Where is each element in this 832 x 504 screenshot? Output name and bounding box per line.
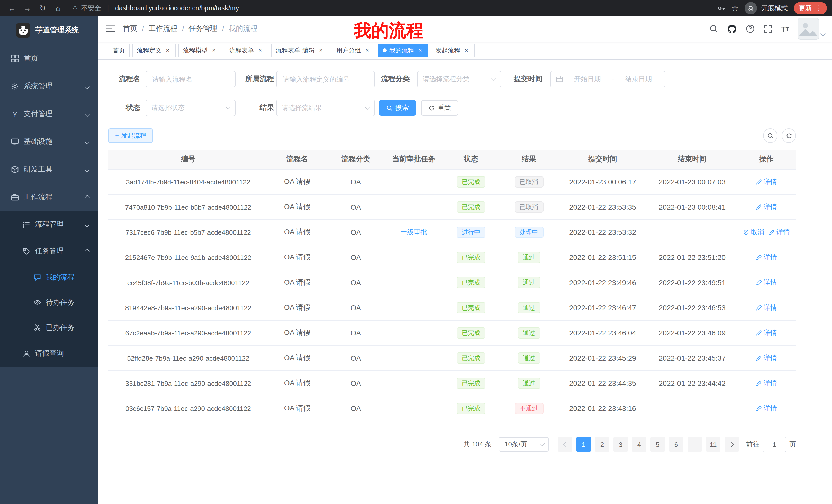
toggle-search-button[interactable] <box>763 129 778 143</box>
browser-menu-icon[interactable]: ⋮ <box>815 4 822 12</box>
end-date-placeholder[interactable]: 结束日期 <box>617 75 660 84</box>
detail-action-link[interactable]: 详情 <box>756 202 777 212</box>
close-icon[interactable]: × <box>317 47 324 54</box>
close-icon[interactable]: × <box>210 47 217 54</box>
cancel-action-link[interactable]: 取消 <box>743 228 764 237</box>
breadcrumb-workflow[interactable]: 工作流程 <box>149 24 177 33</box>
detail-action-link[interactable]: 详情 <box>756 379 777 388</box>
browser-reload-icon[interactable]: ↻ <box>35 0 50 16</box>
status-badge: 已完成 <box>457 201 486 213</box>
cell-actions: 详情 <box>737 320 796 345</box>
font-size-icon[interactable]: TT <box>781 24 789 33</box>
process-name-field[interactable] <box>146 71 235 87</box>
sidebar-item-payment[interactable]: ¥ 支付管理 <box>0 100 98 128</box>
create-process-button[interactable]: + 发起流程 <box>108 129 153 143</box>
sidebar-item-done-tasks[interactable]: 已办任务 <box>0 315 98 340</box>
next-page-button[interactable] <box>725 437 739 452</box>
tab-发起流程[interactable]: 发起流程× <box>431 44 475 57</box>
page-button-4[interactable]: 4 <box>632 437 646 452</box>
refresh-table-button[interactable] <box>782 129 796 143</box>
sidebar-item-my-process[interactable]: 我的流程 <box>0 264 98 290</box>
prev-page-button[interactable] <box>558 437 572 452</box>
page-button-1[interactable]: 1 <box>576 437 591 452</box>
submit-time-range-picker[interactable]: 开始日期 - 结束日期 <box>550 71 666 87</box>
sidebar-item-system[interactable]: 系统管理 <box>0 73 98 100</box>
url-text[interactable]: dashboard.yudao.iocoder.cn/bpm/task/my <box>115 4 239 12</box>
parent-process-field[interactable] <box>276 71 375 87</box>
cell-process-id: 52ffd28e-7b9a-11ec-a290-acde48001122 <box>108 345 268 371</box>
current-task-link[interactable]: 一级审批 <box>400 228 427 237</box>
monitor-icon <box>10 138 20 146</box>
tab-流程表单[interactable]: 流程表单× <box>225 44 268 57</box>
tab-流程模型[interactable]: 流程模型× <box>178 44 222 57</box>
tab-我的流程[interactable]: 我的流程× <box>378 44 428 57</box>
detail-action-link[interactable]: 详情 <box>769 228 790 237</box>
address-divider: | <box>107 4 109 12</box>
status-select[interactable]: 请选择状态 <box>146 100 235 116</box>
tab-流程表单-编辑[interactable]: 流程表单-编辑× <box>271 44 329 57</box>
sidebar-item-task-mgmt[interactable]: 任务管理 <box>0 238 98 264</box>
parent-process-input[interactable] <box>282 75 369 83</box>
address-bar[interactable]: ⚠ 不安全 | dashboard.yudao.iocoder.cn/bpm/t… <box>72 3 239 12</box>
search-icon[interactable] <box>709 24 718 33</box>
key-icon[interactable] <box>717 4 725 12</box>
tab-流程定义[interactable]: 流程定义× <box>132 44 176 57</box>
sidebar-item-process-mgmt[interactable]: 流程管理 <box>0 211 98 238</box>
browser-forward-icon[interactable]: → <box>20 0 35 16</box>
cell-process-name: OA 请假 <box>268 345 327 371</box>
browser-home-icon[interactable]: ⌂ <box>50 0 66 16</box>
sidebar-item-infrastructure[interactable]: 基础设施 <box>0 128 98 156</box>
breadcrumb-task-mgmt[interactable]: 任务管理 <box>189 24 217 33</box>
help-icon[interactable] <box>745 24 755 33</box>
browser-back-icon[interactable]: ← <box>4 0 20 16</box>
sidebar-item-home[interactable]: 首页 <box>0 45 98 73</box>
detail-action-link[interactable]: 详情 <box>756 328 777 338</box>
goto-page-input[interactable] <box>762 437 786 452</box>
tab-用户分组[interactable]: 用户分组× <box>332 44 375 57</box>
result-select[interactable]: 请选择流结果 <box>276 100 375 116</box>
avatar[interactable] <box>798 18 819 39</box>
page-button-6[interactable]: 6 <box>669 437 683 452</box>
process-name-input[interactable] <box>151 75 230 83</box>
tab-首页[interactable]: 首页 <box>108 44 130 57</box>
more-pages-button[interactable]: ··· <box>687 437 702 452</box>
bookmark-star-icon[interactable]: ☆ <box>731 3 738 12</box>
goto-suffix: 页 <box>789 440 796 449</box>
detail-action-link[interactable]: 详情 <box>756 177 777 187</box>
gear-icon <box>10 82 20 90</box>
result-badge: 通过 <box>518 353 540 364</box>
cell-actions: 详情 <box>737 270 796 295</box>
reset-button[interactable]: 重置 <box>421 100 458 116</box>
page-button-2[interactable]: 2 <box>595 437 609 452</box>
page-button-5[interactable]: 5 <box>650 437 665 452</box>
app-logo[interactable]: 芋道管理系统 <box>0 16 98 45</box>
detail-action-link[interactable]: 详情 <box>756 354 777 363</box>
page-size-select[interactable]: 10条/页 <box>499 437 549 452</box>
search-button[interactable]: 搜索 <box>379 100 416 116</box>
sidebar-item-todo-tasks[interactable]: 待办任务 <box>0 290 98 315</box>
category-select[interactable]: 请选择流程分类 <box>417 71 501 87</box>
sidebar-item-workflow[interactable]: 工作流程 <box>0 184 98 211</box>
update-button[interactable]: 更新 ⋮ <box>794 2 827 14</box>
detail-action-link[interactable]: 详情 <box>756 253 777 262</box>
detail-action-link[interactable]: 详情 <box>756 278 777 287</box>
close-icon[interactable]: × <box>417 47 424 54</box>
sidebar-item-devtools[interactable]: 研发工具 <box>0 156 98 184</box>
page-button-11[interactable]: 11 <box>706 437 721 452</box>
sidebar-item-leave-query[interactable]: 请假查询 <box>0 340 98 367</box>
fullscreen-icon[interactable] <box>763 24 772 33</box>
detail-action-link[interactable]: 详情 <box>756 303 777 312</box>
breadcrumb-home[interactable]: 首页 <box>123 24 137 33</box>
close-icon[interactable]: × <box>164 47 171 54</box>
edit-icon <box>756 405 762 412</box>
close-icon[interactable]: × <box>463 47 470 54</box>
detail-action-link[interactable]: 详情 <box>756 404 777 413</box>
user-menu[interactable] <box>798 18 825 39</box>
hamburger-icon[interactable] <box>98 25 123 33</box>
page-button-3[interactable]: 3 <box>614 437 628 452</box>
sidebar-menu: 首页 系统管理 ¥ 支付管理 基础设施 <box>0 45 98 367</box>
start-date-placeholder[interactable]: 开始日期 <box>566 75 609 84</box>
github-icon[interactable] <box>727 24 737 34</box>
close-icon[interactable]: × <box>364 47 371 54</box>
close-icon[interactable]: × <box>257 47 264 54</box>
